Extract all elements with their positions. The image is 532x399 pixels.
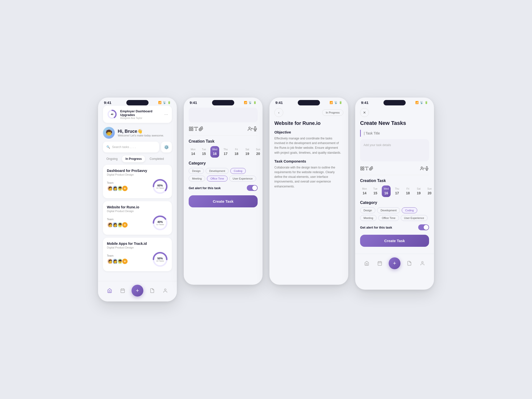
task-card-2-title: Website for Rune.io — [107, 205, 168, 209]
cat-ux-4[interactable]: User Experience — [401, 215, 428, 221]
signal-icon-3: 📶 — [330, 101, 333, 104]
phone-task-list: 9:41 📶 📡 🔋 40 Employer Dashboard — [98, 98, 177, 301]
wifi-icon-2: 📡 — [249, 101, 252, 104]
emp-more[interactable]: ··· — [164, 112, 168, 117]
paperclip-icon-4[interactable] — [369, 166, 373, 172]
cat-ux-2[interactable]: User Experience — [229, 176, 256, 182]
nav-home[interactable] — [105, 286, 114, 295]
tab-inprogress[interactable]: In Progress — [122, 155, 145, 162]
back-button[interactable]: ‹ — [274, 108, 283, 117]
cat-officetime-4[interactable]: Office Time — [378, 215, 399, 221]
wifi-icon: 📡 — [163, 101, 166, 104]
team-label-3: Team — [107, 254, 127, 257]
nav-document[interactable] — [148, 286, 157, 295]
text-icon-4[interactable] — [365, 166, 369, 172]
toggle-2[interactable] — [247, 185, 258, 191]
cat-design-2[interactable]: Design — [189, 168, 204, 174]
objective-text: Effectively manage and coordinate the ta… — [274, 136, 343, 155]
search-placeholder: Search tasks . . . . — [112, 145, 136, 149]
toggle-4[interactable] — [418, 224, 429, 230]
mic-icon-4[interactable] — [425, 166, 429, 172]
create-new-title: Create New Tasks — [360, 120, 429, 126]
time-2: 9:41 — [190, 100, 197, 105]
date-sun-4[interactable]: Sun 20 — [425, 185, 434, 197]
signal-icon-4: 📶 — [415, 101, 419, 104]
av3-add[interactable]: + — [122, 258, 128, 265]
battery-icon-2: 🔋 — [253, 101, 257, 104]
tab-completed[interactable]: Completed — [146, 155, 167, 162]
cat-development-2[interactable]: Development — [206, 168, 229, 174]
text-icon[interactable] — [194, 126, 199, 133]
wifi-icon-3: 📡 — [334, 101, 338, 104]
cat-coding-2[interactable]: Coding — [230, 168, 246, 174]
nav-add[interactable]: + — [132, 285, 143, 297]
nav-calendar-4[interactable] — [375, 259, 384, 268]
avatar-group-3: 🧑 👩 👦 + — [107, 258, 127, 265]
cat-meeting-2[interactable]: Meeting — [189, 176, 205, 182]
task-card-3[interactable]: Mobile Apps for Track.id Digital Product… — [103, 238, 172, 271]
paperclip-icon[interactable] — [199, 126, 203, 133]
task-details-area[interactable]: Add your task details — [360, 139, 429, 161]
date-fri-2[interactable]: Fri 18 — [232, 146, 241, 158]
cat-meeting-4[interactable]: Meeting — [360, 215, 377, 221]
task-card-3-team: Team 🧑 👩 👦 + — [107, 254, 127, 265]
task-title-input[interactable] — [360, 130, 429, 137]
close-button[interactable]: ✕ — [360, 108, 369, 117]
task-card-1[interactable]: Dashboard for ProSavvy Digital Product D… — [103, 165, 172, 198]
cat-coding-4[interactable]: Coding — [402, 207, 417, 213]
task-card-2[interactable]: Website for Rune.io Digital Product Desi… — [103, 201, 172, 235]
category-label-4: Category — [360, 200, 429, 205]
create-task-btn-2[interactable]: Create Task — [189, 195, 258, 207]
nav-home-4[interactable] — [362, 259, 371, 268]
employer-card[interactable]: 40 Employer Dashboard Upgrades Assignee … — [103, 106, 172, 123]
cat-design-4[interactable]: Design — [360, 207, 375, 213]
svg-rect-16 — [192, 129, 193, 131]
nav-calendar[interactable] — [118, 286, 127, 295]
date-mon-4[interactable]: Mon 14 — [360, 185, 369, 197]
toolbar-row-4 — [360, 164, 429, 175]
status-icons-1: 📶 📡 🔋 — [158, 101, 171, 104]
grid-icon-4[interactable] — [360, 166, 365, 172]
cat-development-4[interactable]: Development — [377, 207, 400, 213]
text-area-top[interactable] — [189, 108, 258, 122]
category-section-2: Category Design Development Coding Meeti… — [189, 161, 258, 182]
date-tue-2[interactable]: Tue 15 — [200, 146, 208, 158]
add-user-icon[interactable] — [248, 126, 253, 133]
nav-profile[interactable] — [161, 286, 170, 295]
av-add[interactable]: + — [122, 185, 128, 192]
alert-label-4: Get alert for this task — [360, 226, 392, 229]
greeting-subtitle: Welcome! Let's make today awesome. — [118, 134, 164, 137]
nav-document-4[interactable] — [405, 259, 414, 268]
add-user-icon-4[interactable] — [420, 166, 425, 172]
date-mon-2[interactable]: Mon 14 — [189, 146, 198, 158]
grid-icon[interactable] — [189, 126, 194, 133]
date-thu-4[interactable]: Thu 17 — [393, 185, 401, 197]
date-sat-2[interactable]: Sat 19 — [243, 146, 252, 158]
date-tue-4[interactable]: Tue 15 — [371, 185, 380, 197]
tab-ongoing[interactable]: Ongoing — [103, 155, 121, 162]
date-sat-4[interactable]: Sat 19 — [414, 185, 423, 197]
emp-info: Employer Dashboard Upgrades Assignee Ava… — [120, 109, 161, 119]
alert-row-4: Get alert for this task — [360, 224, 429, 230]
date-wed-2[interactable]: Wed 16 — [210, 146, 219, 158]
date-thu-2[interactable]: Thu 17 — [221, 146, 230, 158]
date-sun-2[interactable]: Sun 20 — [254, 146, 263, 158]
filter-button[interactable]: ⚙️ — [161, 142, 172, 152]
task-components-title: Task Components — [274, 159, 343, 163]
progress-label-2: 40% 12 Tasks — [156, 220, 164, 226]
date-wed-4[interactable]: Wed 16 — [382, 185, 391, 197]
cat-officetime-2[interactable]: Office Time — [207, 176, 227, 182]
date-fri-4[interactable]: Fri 18 — [403, 185, 412, 197]
task-card-2-sub: Digital Product Design — [107, 210, 168, 213]
svg-rect-14 — [192, 127, 193, 129]
create-task-btn-4[interactable]: Create Task — [360, 235, 429, 247]
nav-add-4[interactable]: + — [389, 257, 400, 269]
search-box[interactable]: 🔍 Search tasks . . . . — [103, 142, 159, 152]
screens-container: 9:41 📶 📡 🔋 40 Employer Dashboard — [98, 98, 434, 301]
screen1-content: 40 Employer Dashboard Upgrades Assignee … — [98, 106, 177, 279]
cat-tags-4: Design Development Coding Meeting Office… — [360, 207, 429, 221]
time-3: 9:41 — [275, 100, 283, 105]
nav-profile-4[interactable] — [418, 259, 427, 268]
av2-add[interactable]: + — [122, 222, 128, 228]
mic-icon[interactable] — [253, 126, 258, 133]
